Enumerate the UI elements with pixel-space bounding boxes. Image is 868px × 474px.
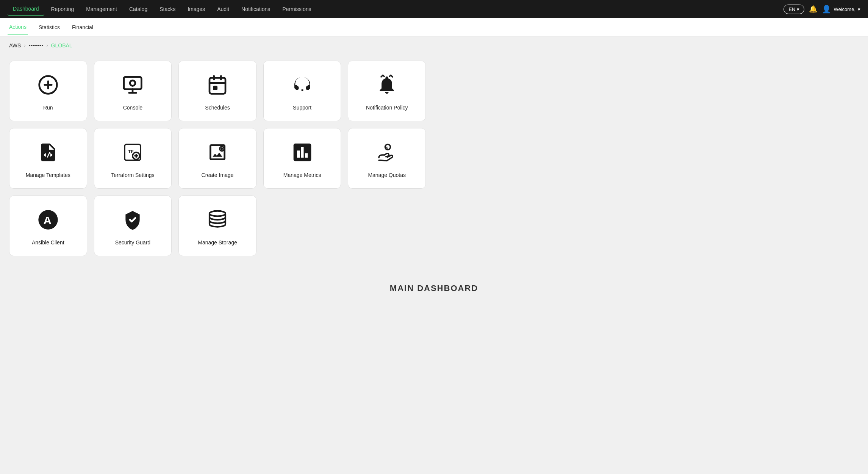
main-content: Run Console bbox=[0, 55, 868, 271]
card-notification-policy-label: Notification Policy bbox=[366, 105, 408, 111]
subnav-actions[interactable]: Actions bbox=[8, 19, 28, 35]
card-ansible-client-label: Ansible Client bbox=[32, 239, 64, 246]
card-run-label: Run bbox=[43, 105, 53, 111]
subnav-statistics[interactable]: Statistics bbox=[37, 20, 61, 35]
nav-catalog[interactable]: Catalog bbox=[124, 3, 153, 15]
card-terraform-settings-label: Terraform Settings bbox=[111, 172, 154, 178]
database-icon bbox=[207, 209, 228, 233]
nav-permissions[interactable]: Permissions bbox=[277, 3, 316, 15]
breadcrumb: AWS › •••••••• › GLOBAL bbox=[0, 36, 868, 55]
nav-images[interactable]: Images bbox=[182, 3, 210, 15]
headset-icon bbox=[292, 74, 313, 99]
card-manage-storage-label: Manage Storage bbox=[198, 239, 237, 246]
card-console[interactable]: Console bbox=[94, 61, 172, 121]
money-hand-icon: $ bbox=[376, 142, 397, 166]
shield-check-icon bbox=[122, 209, 143, 233]
user-avatar-icon: 👤 bbox=[822, 5, 831, 14]
language-selector[interactable]: EN ▾ bbox=[784, 5, 804, 14]
sub-navigation: Actions Statistics Financial bbox=[0, 18, 868, 36]
calendar-icon bbox=[207, 74, 228, 99]
card-notification-policy[interactable]: Notification Policy bbox=[348, 61, 426, 121]
card-ansible-client[interactable]: A Ansible Client bbox=[9, 196, 87, 256]
user-chevron-icon: ▾ bbox=[858, 6, 860, 12]
card-support[interactable]: Support bbox=[263, 61, 341, 121]
svg-rect-21 bbox=[305, 153, 308, 158]
svg-point-26 bbox=[210, 211, 225, 216]
card-create-image-label: Create Image bbox=[202, 172, 234, 178]
nav-notifications[interactable]: Notifications bbox=[236, 3, 275, 15]
bell-alert-icon bbox=[376, 74, 397, 99]
card-schedules-label: Schedules bbox=[205, 105, 230, 111]
card-console-label: Console bbox=[123, 105, 142, 111]
card-manage-templates-label: Manage Templates bbox=[26, 172, 70, 178]
breadcrumb-sep-2: › bbox=[47, 43, 48, 48]
card-run[interactable]: Run bbox=[9, 61, 87, 121]
code-file-icon bbox=[38, 142, 59, 166]
nav-stacks[interactable]: Stacks bbox=[154, 3, 181, 15]
nav-right-area: EN ▾ 🔔 👤 Welcome, ▾ bbox=[784, 5, 860, 14]
breadcrumb-global[interactable]: GLOBAL bbox=[51, 42, 72, 48]
card-create-image[interactable]: Create Image bbox=[178, 128, 256, 189]
svg-text:A: A bbox=[43, 214, 52, 227]
top-navigation: Dashboard Reporting Management Catalog S… bbox=[0, 0, 868, 18]
svg-text:$: $ bbox=[386, 146, 388, 150]
card-manage-templates[interactable]: Manage Templates bbox=[9, 128, 87, 189]
svg-rect-20 bbox=[301, 147, 303, 158]
svg-rect-19 bbox=[297, 150, 300, 158]
card-schedules[interactable]: Schedules bbox=[178, 61, 256, 121]
svg-rect-11 bbox=[214, 87, 217, 89]
svg-point-13 bbox=[306, 86, 309, 90]
cards-grid: Run Console bbox=[9, 61, 426, 256]
svg-point-12 bbox=[295, 86, 299, 90]
card-support-label: Support bbox=[293, 105, 311, 111]
breadcrumb-sep-1: › bbox=[24, 43, 25, 48]
subnav-financial[interactable]: Financial bbox=[70, 20, 95, 35]
card-manage-quotas-label: Manage Quotas bbox=[368, 172, 406, 178]
card-manage-metrics[interactable]: Manage Metrics bbox=[263, 128, 341, 189]
card-security-guard[interactable]: Security Guard bbox=[94, 196, 172, 256]
image-plus-icon bbox=[207, 142, 228, 166]
ansible-icon: A bbox=[38, 209, 59, 233]
svg-text:TF: TF bbox=[128, 149, 134, 154]
nav-management[interactable]: Management bbox=[81, 3, 122, 15]
card-manage-metrics-label: Manage Metrics bbox=[283, 172, 321, 178]
svg-rect-3 bbox=[124, 77, 142, 89]
breadcrumb-aws[interactable]: AWS bbox=[9, 42, 21, 48]
card-terraform-settings[interactable]: TF Terraform Settings bbox=[94, 128, 172, 189]
page-footer: MAIN DASHBOARD bbox=[0, 271, 868, 305]
notifications-bell-icon[interactable]: 🔔 bbox=[809, 5, 817, 13]
nav-reporting[interactable]: Reporting bbox=[46, 3, 80, 15]
terraform-icon: TF bbox=[122, 142, 143, 166]
breadcrumb-account[interactable]: •••••••• bbox=[28, 42, 43, 48]
nav-dashboard[interactable]: Dashboard bbox=[8, 3, 44, 16]
user-menu[interactable]: 👤 Welcome, ▾ bbox=[822, 5, 860, 14]
circle-plus-icon bbox=[38, 74, 59, 99]
bar-chart-icon bbox=[292, 142, 313, 166]
card-security-guard-label: Security Guard bbox=[115, 239, 150, 246]
main-dashboard-label: MAIN DASHBOARD bbox=[390, 283, 478, 293]
nav-audit[interactable]: Audit bbox=[212, 3, 235, 15]
svg-rect-7 bbox=[210, 78, 225, 94]
monitor-gear-icon bbox=[122, 74, 143, 99]
chevron-down-icon: ▾ bbox=[797, 6, 799, 12]
card-manage-storage[interactable]: Manage Storage bbox=[178, 196, 256, 256]
card-manage-quotas[interactable]: $ Manage Quotas bbox=[348, 128, 426, 189]
